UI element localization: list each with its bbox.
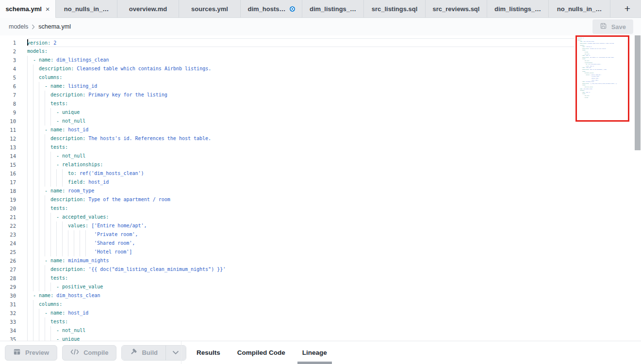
code-line[interactable]: 17field: host_id (0, 178, 641, 187)
code-line[interactable]: 30- name: dim_hosts_clean (0, 291, 641, 300)
code-line[interactable]: 10- not_null (0, 117, 641, 126)
bottom-bar: Preview Compile Build (0, 341, 641, 364)
chevron-right-icon (32, 24, 35, 30)
editor-tab[interactable]: overview.md (117, 0, 179, 17)
breadcrumb: models schema.yml (9, 23, 71, 30)
compile-button[interactable]: Compile (62, 345, 116, 361)
tab-label: dim_hosts… (247, 5, 285, 13)
code-line[interactable]: 19description: Type of the apartment / r… (0, 195, 641, 204)
code-line[interactable]: 8tests: (0, 99, 641, 108)
code-line[interactable]: 13tests: (0, 143, 641, 152)
code-line[interactable]: 14- not_null (0, 152, 641, 160)
code-line-content: - name: host_id (27, 126, 574, 134)
save-button[interactable]: Save (592, 19, 633, 34)
line-number: 14 (0, 152, 16, 160)
build-button[interactable]: Build (122, 346, 165, 360)
code-line[interactable]: 11- name: host_id (0, 126, 641, 134)
line-number: 27 (0, 265, 16, 274)
code-line-content: 'Hotel room'] (27, 248, 574, 256)
code-line[interactable]: 33tests: (0, 317, 641, 326)
code-line[interactable]: 5columns: (0, 73, 641, 82)
action-buttons: Preview Compile Build (0, 345, 186, 361)
line-number: 34 (0, 326, 16, 335)
line-number: 20 (0, 204, 16, 213)
chevron-down-icon (172, 349, 179, 356)
code-line[interactable]: 23'Private room', (0, 230, 641, 239)
compile-label: Compile (83, 349, 108, 356)
line-number: 31 (0, 300, 16, 309)
tab-compiled-code-label: Compiled Code (237, 349, 285, 356)
code-line[interactable]: 6- name: listing_id (0, 82, 641, 91)
tab-results[interactable]: Results (192, 341, 225, 364)
editor-tab[interactable]: no_nulls_in_… (56, 0, 117, 17)
tab-label: overview.md (129, 5, 167, 13)
code-line[interactable]: 16to: ref('dim_hosts_clean') (0, 169, 641, 178)
code-line[interactable]: 3- name: dim_listings_clean (0, 56, 641, 64)
line-number: 32 (0, 309, 16, 317)
editor-tab[interactable]: dim_hosts… (241, 0, 302, 17)
code-line[interactable]: 32- name: host_id (0, 309, 641, 317)
editor-tab[interactable]: dim_listings_… (302, 0, 364, 17)
code-line[interactable]: 1version: 2 (0, 38, 641, 47)
editor-tab[interactable]: sources.yml (179, 0, 241, 17)
code-line[interactable]: 34- not_null (0, 326, 641, 335)
editor-tab[interactable]: no_nulls_in_… (549, 0, 610, 17)
line-number: 10 (0, 117, 16, 126)
code-line-content: models: (27, 47, 574, 56)
editor-tab-bar: schema.yml×no_nulls_in_…overview.mdsourc… (0, 0, 641, 18)
code-line[interactable]: 27description: '{{ doc("dim_listing_clea… (0, 265, 641, 274)
code-line-content: tests: (27, 274, 574, 283)
code-line[interactable]: 15- relationships: (0, 160, 641, 169)
code-line[interactable]: 29- positive_value (0, 283, 641, 291)
vertical-scrollbar[interactable] (635, 35, 641, 150)
line-number: 7 (0, 91, 16, 99)
code-line[interactable]: 4description: Cleansed table which conta… (0, 64, 641, 73)
code-line[interactable]: 2models: (0, 47, 641, 56)
line-number: 16 (0, 169, 16, 178)
code-line[interactable]: 18- name: room_type (0, 187, 641, 195)
editor-tab[interactable]: src_listings.sql (364, 0, 426, 17)
code-line[interactable]: 20tests: (0, 204, 641, 213)
dbt-cloud-ide: schema.yml×no_nulls_in_…overview.mdsourc… (0, 0, 641, 364)
table-icon (13, 348, 21, 357)
code-line-content: - positive_value (27, 283, 574, 291)
code-line-content: values: ['Entire home/apt', (27, 222, 574, 230)
code-icon (70, 348, 79, 357)
close-icon[interactable]: × (46, 5, 50, 13)
new-tab-button[interactable]: + (614, 0, 641, 17)
code-line[interactable]: 31columns: (0, 300, 641, 309)
code-line[interactable]: 22values: ['Entire home/apt', (0, 222, 641, 230)
editor-tab[interactable]: schema.yml× (0, 0, 56, 18)
build-options-button[interactable] (165, 346, 186, 360)
line-number: 5 (0, 73, 16, 82)
breadcrumb-folder[interactable]: models (9, 23, 28, 30)
line-number: 9 (0, 108, 16, 117)
code-line[interactable]: 21- accepted_values: (0, 213, 641, 222)
line-number: 2 (0, 47, 16, 56)
line-number: 17 (0, 178, 16, 187)
editor-tab[interactable]: src_reviews.sql (426, 0, 487, 17)
code-line-content: - relationships: (27, 160, 574, 169)
code-line[interactable]: - unique (577, 96, 629, 98)
code-line-content: - name: listing_id (27, 82, 574, 91)
line-number: 30 (0, 291, 16, 300)
preview-button[interactable]: Preview (5, 345, 57, 361)
code-line[interactable]: 24'Shared room', (0, 239, 641, 248)
code-line[interactable]: 28tests: (0, 274, 641, 283)
build-button-group: Build (121, 345, 186, 361)
code-line[interactable]: 26- name: minimum_nights (0, 256, 641, 265)
tab-compiled-code[interactable]: Compiled Code (232, 341, 290, 364)
minimap[interactable]: version: 2models:- name: dim_listings_cl… (577, 37, 629, 98)
tab-lineage[interactable]: Lineage (297, 341, 332, 364)
code-line-content: 'Private room', (27, 230, 574, 239)
editor-tab[interactable]: dim_listings_… (487, 0, 549, 17)
code-line[interactable]: 9- unique (0, 108, 641, 117)
code-line-content: - unique (577, 96, 629, 98)
code-line[interactable]: 35- unique (0, 335, 641, 341)
code-line[interactable]: 7description: Primary key for the listin… (0, 91, 641, 99)
code-line[interactable]: 25'Hotel room'] (0, 248, 641, 256)
code-editor[interactable]: 1version: 22models:3- name: dim_listings… (0, 35, 641, 341)
save-icon (600, 22, 607, 31)
code-line[interactable]: 12description: The hosts's id. Reference… (0, 134, 641, 143)
code-line-content: - name: room_type (27, 187, 574, 195)
